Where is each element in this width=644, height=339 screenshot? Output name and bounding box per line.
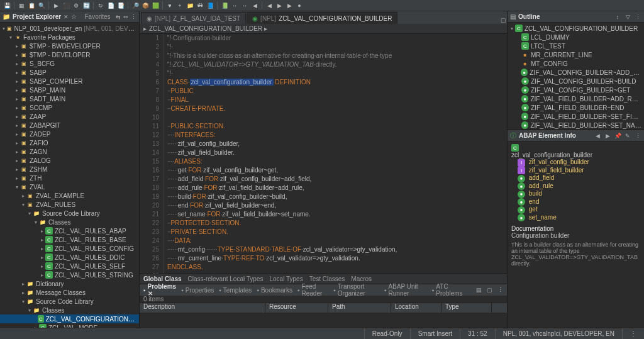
tree-node[interactable]: ●ZIF_VAL_FIELD_BUILDER~SET_FIELD <box>508 112 644 121</box>
editor-tab-1[interactable]: ◉ [NPL] Z_FL_SALV_IDA_TEST <box>141 12 246 24</box>
tree-node[interactable]: ▾📁Classes <box>0 218 139 226</box>
menu-icon[interactable]: ⋮ <box>131 13 136 21</box>
toolbar-button-10[interactable]: 📑 <box>116 1 125 10</box>
pin-icon[interactable]: 📌 <box>614 132 621 140</box>
tree-node[interactable]: ▸▣ZAAP <box>0 112 139 121</box>
menu-icon[interactable]: ⋮ <box>634 13 641 21</box>
close-icon[interactable]: ✕ <box>64 13 69 21</box>
tree-node[interactable]: ▾📁Classes <box>0 306 139 314</box>
toolbar-button-2[interactable]: 📋 <box>27 1 36 10</box>
tree-node[interactable]: ▸CZCL_VAL_RULES_DDIC <box>0 253 139 262</box>
col-header[interactable]: Type <box>441 303 492 313</box>
sub-tab[interactable]: Class-relevant Local Types <box>188 275 264 282</box>
col-header[interactable]: Resource <box>265 303 328 313</box>
tree-node[interactable]: ▸▣$TMP - DEVELOPER <box>0 50 139 59</box>
problems-tab[interactable]: ▪ABAP Unit Runner <box>384 283 427 297</box>
toolbar-button-25[interactable]: ▶ <box>285 1 294 10</box>
tree-node[interactable]: ▸▣SABP_MAIN <box>0 86 139 94</box>
tree-node[interactable]: ▸📁Dictionary <box>0 279 139 288</box>
back-icon[interactable]: ◀ <box>594 132 601 140</box>
sub-tab[interactable]: Local Types <box>269 275 303 282</box>
sub-tab[interactable]: Global Class <box>143 275 182 282</box>
status-menu-icon[interactable]: ⋮ <box>622 328 644 339</box>
toolbar-button-9[interactable]: 📄 <box>106 1 115 10</box>
tree-node[interactable]: ▸CZCL_VAL_RULES_ABAP <box>0 226 139 235</box>
toolbar-button-14[interactable]: ♥ <box>165 1 174 10</box>
tree-node[interactable]: ▸▣SABP <box>0 68 139 77</box>
tree-node[interactable]: ▸▣SCCMP <box>0 103 139 112</box>
tree-node[interactable]: CLCL_DUMMY <box>508 33 644 42</box>
tree-node[interactable]: ▸▣ZABAPGIT <box>0 121 139 130</box>
tree-node[interactable]: ▸▣ZTH <box>0 174 139 182</box>
toolbar-button-5[interactable]: ⬛ <box>62 1 70 10</box>
tree-node[interactable]: CZCL_VAL_CONFIGURATION_BUILDER <box>0 314 139 323</box>
toolbar-button-7[interactable]: 🔄 <box>82 1 91 10</box>
tree-node[interactable]: ▾📁Source Code Library <box>0 209 139 218</box>
toolbar-button-16[interactable]: 📁 <box>186 1 194 10</box>
toolbar-button-26[interactable]: ● <box>295 1 304 10</box>
tree-node[interactable]: ▸CZCL_VAL_MODE <box>0 323 139 328</box>
problems-tab[interactable]: ▪ATC Problems <box>432 283 466 297</box>
collapse-icon[interactable]: ⇆ <box>116 13 121 21</box>
tree-node[interactable]: ▸▣ZSHM <box>0 165 139 174</box>
tree-node[interactable]: ▸CZCL_VAL_RULES_STRING <box>0 270 139 279</box>
toolbar-button-22[interactable]: ◀ <box>250 1 259 10</box>
breadcrumb[interactable]: ▸ ZCL_VAL_CONFIGURATION_BUILDER ▸ <box>140 24 507 34</box>
toolbar-button-20[interactable]: ↔ <box>230 1 239 10</box>
toolbar-button-4[interactable]: ▶ <box>52 1 60 10</box>
editor-tab-2[interactable]: ◉ [NPL] ZCL_VAL_CONFIGURATION_BUILDER <box>247 12 397 24</box>
tree-node[interactable]: ▾▣ZVAL <box>0 182 139 191</box>
toolbar-button-1[interactable]: ▦ <box>17 1 26 10</box>
tree-node[interactable]: ▸📁Message Classes <box>0 288 139 297</box>
tree-node[interactable]: ●ZIF_VAL_FIELD_BUILDER~ADD_RULE <box>508 94 644 103</box>
toolbar-button-6[interactable]: ⚙ <box>72 1 80 10</box>
problems-tab[interactable]: ▪Problems ✕ <box>143 283 176 297</box>
tree-node[interactable]: ▸▣ZADEP <box>0 130 139 138</box>
tree-node[interactable]: ▾★Favorite Packages <box>0 33 139 42</box>
problems-tab[interactable]: ▪Feed Reader <box>297 283 328 297</box>
tree-node[interactable]: ●ZIF_VAL_CONFIG_BUILDER~GET <box>508 86 644 94</box>
tree-node[interactable]: ▸CZCL_VAL_RULES_BASE <box>0 235 139 244</box>
toolbar-button-17[interactable]: 🕶 <box>196 1 204 10</box>
tree-node[interactable]: ▸▣SADT_MAIN <box>0 94 139 103</box>
view-icon[interactable]: ⋮ <box>497 286 503 294</box>
tree-node[interactable]: ▸▣ZVAL_EXAMPLE <box>0 191 139 200</box>
toolbar-button-24[interactable]: ▶ <box>275 1 284 10</box>
link-icon[interactable]: ⇔ <box>123 13 128 21</box>
tree-node[interactable]: ▾▣NLP_001_developer_en [NPL, 001, DEVELO… <box>0 24 139 33</box>
col-header[interactable]: Location <box>391 303 441 313</box>
filter-icon[interactable]: ▽ <box>624 13 631 21</box>
tree-node[interactable]: ▾▣ZVAL_RULES <box>0 200 139 209</box>
view-icon[interactable]: ▤ <box>476 286 482 294</box>
tree-node[interactable]: ▾CZCL_VAL_CONFIGURATION_BUILDER <box>508 24 644 33</box>
tree-node[interactable]: ■MT_CONFIG <box>508 59 644 68</box>
tree-node[interactable]: ▸▣$TMP - BWDEVELOPER <box>0 42 139 50</box>
tree-node[interactable]: ▸CZCL_VAL_RULES_SELF <box>0 262 139 270</box>
tree-node[interactable]: ●ZIF_VAL_CONFIG_BUILDER~BUILD <box>508 77 644 86</box>
sub-tab[interactable]: Macros <box>351 275 372 282</box>
view-icon[interactable]: ▢ <box>487 286 492 294</box>
tree-node[interactable]: ▸▣ZAFIO <box>0 138 139 147</box>
tree-node[interactable]: ▸▣ZALOG <box>0 156 139 165</box>
toolbar-button-21[interactable]: ↔ <box>240 1 249 10</box>
tree-node[interactable]: CLTCL_TEST <box>508 42 644 50</box>
sub-tab[interactable]: Test Classes <box>309 275 345 282</box>
code-editor[interactable]: 1"!·Configuration·builder2"!·3"!·This·is… <box>140 34 507 274</box>
tree-node[interactable]: ●ZIF_VAL_FIELD_BUILDER~END <box>508 103 644 112</box>
favorites-tab[interactable]: Favorites <box>84 13 110 20</box>
toolbar-button-8[interactable]: ↻ <box>96 1 105 10</box>
toolbar-button-13[interactable]: 🟩 <box>151 1 160 10</box>
toolbar-button-11[interactable]: 🔎 <box>131 1 140 10</box>
edit-icon[interactable]: ✎ <box>624 132 631 140</box>
toolbar-button-0[interactable]: 💾 <box>3 1 11 10</box>
col-header[interactable]: Description <box>140 303 265 313</box>
toolbar-button-18[interactable]: 📘 <box>206 1 214 10</box>
toolbar-button-3[interactable]: 🔍 <box>37 1 46 10</box>
fwd-icon[interactable]: ▶ <box>604 132 611 140</box>
outline-tree[interactable]: ▾CZCL_VAL_CONFIGURATION_BUILDERCLCL_DUMM… <box>508 23 644 130</box>
tree-node[interactable]: ●ZIF_VAL_CONFIG_BUILDER~ADD_FIELD <box>508 68 644 77</box>
toolbar-button-23[interactable]: ◀ <box>265 1 274 10</box>
tree-node[interactable]: ▾📁Source Code Library <box>0 297 139 306</box>
problems-tab[interactable]: ▪Properties <box>181 287 214 294</box>
tree-node[interactable]: ▸▣SABP_COMPILER <box>0 77 139 86</box>
